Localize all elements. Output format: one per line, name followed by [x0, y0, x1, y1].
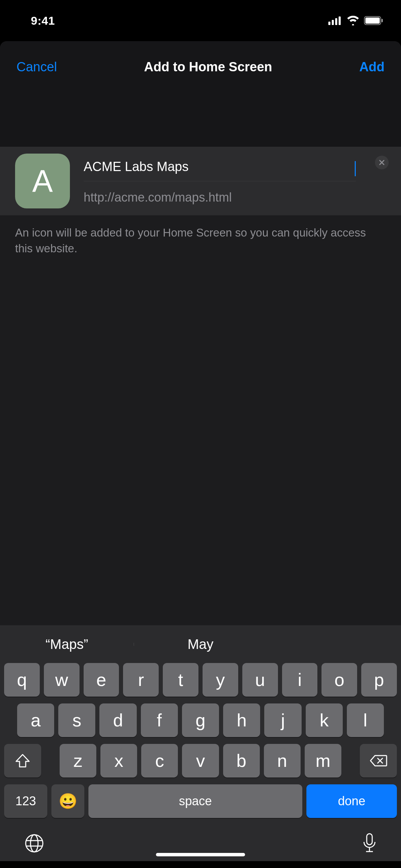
- key-q[interactable]: q: [4, 663, 40, 697]
- key-done[interactable]: done: [306, 784, 397, 818]
- bookmark-url: http://acme.com/maps.html: [84, 181, 356, 205]
- key-emoji[interactable]: 😀: [51, 784, 84, 818]
- xmark-icon: [379, 159, 385, 166]
- key-s[interactable]: s: [58, 703, 95, 737]
- keyboard: “Maps” May q w e r t y u i o p a s d f g…: [0, 625, 401, 861]
- key-c[interactable]: c: [141, 744, 178, 777]
- bookmark-form: A ACME Labs Maps http://acme.com/maps.ht…: [0, 147, 401, 215]
- svg-point-7: [26, 835, 43, 852]
- key-y[interactable]: y: [203, 663, 238, 697]
- site-icon: A: [15, 154, 70, 208]
- key-j[interactable]: j: [264, 703, 301, 737]
- mic-icon: [362, 832, 377, 854]
- backspace-icon: [369, 754, 387, 767]
- key-r[interactable]: r: [123, 663, 159, 697]
- svg-rect-11: [367, 834, 372, 845]
- svg-rect-1: [332, 20, 334, 25]
- home-indicator[interactable]: [156, 853, 245, 856]
- key-v[interactable]: v: [182, 744, 219, 777]
- key-d[interactable]: d: [99, 703, 136, 737]
- key-row-3: z x c v b n m: [0, 744, 401, 777]
- nav-spacer: [0, 93, 401, 147]
- emoji-icon: 😀: [59, 792, 77, 810]
- text-caret: [355, 161, 356, 176]
- suggestion-1[interactable]: May: [134, 637, 267, 652]
- key-row-1: q w e r t y u i o p: [0, 663, 401, 697]
- key-i[interactable]: i: [282, 663, 318, 697]
- nav-bar: Cancel Add to Home Screen Add: [0, 41, 401, 93]
- globe-icon: [24, 833, 45, 854]
- key-l[interactable]: l: [347, 703, 384, 737]
- svg-rect-5: [365, 17, 380, 24]
- key-backspace[interactable]: [360, 744, 397, 777]
- cellular-icon: [328, 16, 342, 25]
- bookmark-title-input[interactable]: ACME Labs Maps: [84, 157, 354, 181]
- key-w[interactable]: w: [44, 663, 80, 697]
- key-row-4: 123 😀 space done: [0, 784, 401, 818]
- status-bar: 9:41: [0, 0, 401, 41]
- key-shift[interactable]: [4, 744, 41, 777]
- suggestion-bar: “Maps” May: [0, 625, 401, 663]
- svg-point-8: [31, 835, 38, 852]
- shift-icon: [15, 753, 31, 768]
- key-m[interactable]: m: [305, 744, 341, 777]
- key-space[interactable]: space: [88, 784, 302, 818]
- key-z[interactable]: z: [60, 744, 96, 777]
- keyboard-bottom-row: [0, 822, 401, 858]
- add-to-home-sheet: Cancel Add to Home Screen Add A ACME Lab…: [0, 41, 401, 861]
- svg-rect-0: [328, 22, 330, 25]
- key-a[interactable]: a: [17, 703, 54, 737]
- hint-text: An icon will be added to your Home Scree…: [0, 215, 401, 266]
- key-numbers[interactable]: 123: [4, 784, 47, 818]
- svg-rect-6: [381, 19, 383, 22]
- key-e[interactable]: e: [84, 663, 119, 697]
- key-k[interactable]: k: [306, 703, 343, 737]
- battery-icon: [364, 16, 384, 25]
- clear-text-button[interactable]: [375, 156, 389, 169]
- key-x[interactable]: x: [100, 744, 137, 777]
- key-f[interactable]: f: [141, 703, 178, 737]
- key-o[interactable]: o: [321, 663, 357, 697]
- key-t[interactable]: t: [163, 663, 198, 697]
- wifi-icon: [346, 16, 360, 25]
- svg-rect-3: [339, 16, 341, 25]
- globe-button[interactable]: [24, 833, 45, 854]
- cancel-button[interactable]: Cancel: [16, 60, 57, 74]
- key-row-2: a s d f g h j k l: [0, 703, 401, 737]
- sheet-title: Add to Home Screen: [144, 60, 272, 74]
- key-u[interactable]: u: [242, 663, 278, 697]
- key-h[interactable]: h: [223, 703, 260, 737]
- key-g[interactable]: g: [182, 703, 219, 737]
- status-time: 9:41: [31, 14, 55, 27]
- status-indicators: [328, 16, 384, 25]
- svg-rect-2: [335, 18, 337, 25]
- key-n[interactable]: n: [264, 744, 301, 777]
- add-button[interactable]: Add: [359, 60, 385, 74]
- suggestion-0[interactable]: “Maps”: [0, 637, 134, 652]
- key-p[interactable]: p: [361, 663, 397, 697]
- key-b[interactable]: b: [223, 744, 260, 777]
- dictation-button[interactable]: [362, 832, 377, 854]
